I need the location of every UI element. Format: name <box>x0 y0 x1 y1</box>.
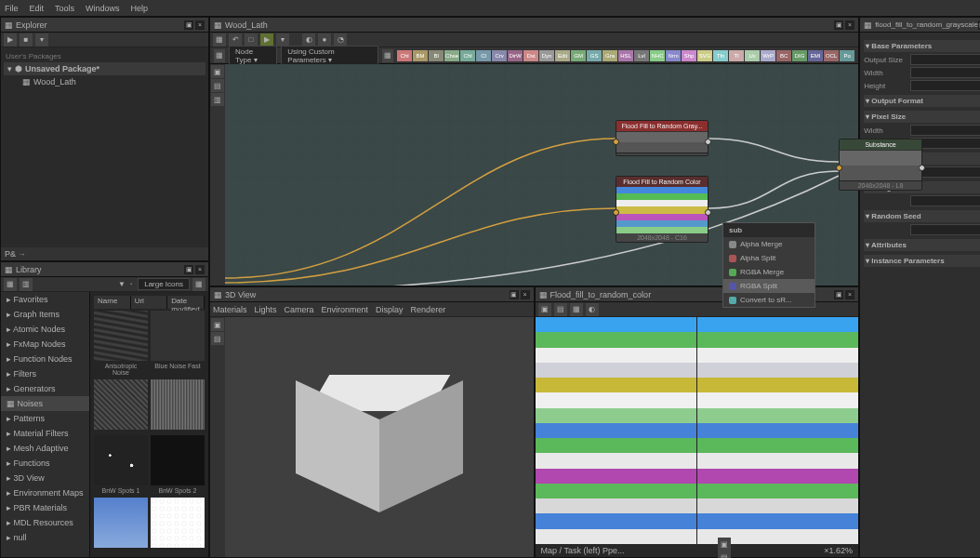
panel-pin-icon[interactable]: ▣ <box>510 290 519 299</box>
2dview-canvas[interactable] <box>536 317 696 544</box>
node-tag[interactable]: HSL <box>618 50 633 61</box>
graph-node[interactable]: Substance2048x2048 - L8 <box>839 139 922 191</box>
library-tool[interactable]: ▦ <box>4 278 17 291</box>
node-tag[interactable]: Shp <box>682 50 696 61</box>
param-select[interactable]: Using Custom Parameters ▾ <box>281 46 378 66</box>
context-menu-item[interactable]: RGBA Split <box>723 279 814 293</box>
2dview-tool[interactable]: ◐ <box>586 303 599 316</box>
library-tool[interactable]: ▦ <box>192 278 205 291</box>
node-tag[interactable]: Gra <box>603 50 617 61</box>
panel-close-icon[interactable]: × <box>195 265 205 274</box>
prop-section[interactable]: ▾ Output Format <box>864 95 980 107</box>
node-port-in[interactable] <box>836 165 842 171</box>
node-type-select[interactable]: Node Type ▾ <box>229 46 277 66</box>
node-tag[interactable]: BC <box>776 50 791 61</box>
library-cat[interactable]: ▸ MDL Resources <box>1 515 89 530</box>
panel-pin-icon[interactable]: ▣ <box>184 20 193 30</box>
node-tag[interactable]: Bl <box>429 50 444 61</box>
library-tool[interactable]: ▥ <box>20 278 33 291</box>
node-port-out[interactable] <box>705 209 711 216</box>
node-tag[interactable]: Po <box>840 50 854 61</box>
panel-close-icon[interactable]: × <box>195 20 205 30</box>
menu-windows[interactable]: Windows <box>86 4 120 13</box>
graph-tool[interactable]: ▦ <box>382 49 393 62</box>
node-tag[interactable]: Tl <box>729 50 744 61</box>
menu-help[interactable]: Help <box>131 4 149 13</box>
node-tag[interactable]: DIG <box>792 50 807 61</box>
graph-tool[interactable]: ◐ <box>302 33 315 46</box>
panel-close-icon[interactable]: × <box>845 20 854 30</box>
3dview-menu-env[interactable]: Environment <box>322 305 369 314</box>
context-menu-item[interactable]: RGBA Merge <box>723 265 814 279</box>
node-port-out[interactable] <box>705 139 711 145</box>
3dview-menu-lights[interactable]: Lights <box>255 305 277 314</box>
2dview-tool[interactable]: ▤ <box>554 303 567 316</box>
prop-input[interactable] <box>910 224 980 235</box>
library-thumb[interactable]: Blue Noise Fast <box>151 311 205 378</box>
node-tag[interactable]: NHC <box>650 50 665 61</box>
panel-close-icon[interactable]: × <box>845 290 854 299</box>
graph-tool[interactable]: ↶ <box>229 33 242 46</box>
graph-tool[interactable]: ▾ <box>276 33 289 46</box>
library-cat[interactable]: ▸ Environment Maps <box>1 485 89 500</box>
node-tag[interactable]: DirW <box>508 50 523 61</box>
prop-section[interactable]: ▾ Attributes <box>864 239 980 251</box>
graph-tool[interactable]: ▦ <box>213 33 226 46</box>
3dview-menu-camera[interactable]: Camera <box>285 305 314 314</box>
library-size-select[interactable]: Large Icons <box>138 278 190 290</box>
col-name[interactable]: Name <box>94 296 131 309</box>
3dview-menu-display[interactable]: Display <box>376 305 404 314</box>
graph-side-tool[interactable]: ▣ <box>211 65 224 78</box>
node-tag[interactable]: Chse <box>444 50 459 61</box>
node-tag[interactable]: OCL <box>824 50 839 61</box>
node-port-in[interactable] <box>613 139 619 145</box>
library-cat[interactable]: ▸ Filters <box>1 366 89 381</box>
panel-close-icon[interactable]: × <box>521 290 530 299</box>
menu-file[interactable]: File <box>5 4 19 13</box>
node-tag[interactable]: SVG <box>697 50 712 61</box>
node-tag[interactable]: Crv <box>492 50 507 61</box>
3dview-tool[interactable]: ▣ <box>211 318 224 331</box>
panel-pin-icon[interactable]: ▣ <box>834 20 843 30</box>
node-port-out[interactable] <box>919 165 925 171</box>
prop-input[interactable] <box>910 80 980 91</box>
library-cat[interactable]: ▸ Atomic Nodes <box>1 322 89 337</box>
library-cat[interactable]: ▸ null <box>1 530 89 545</box>
2dview-tool[interactable]: ▦ <box>570 303 583 316</box>
node-tag[interactable]: EMI <box>808 50 823 61</box>
library-cat[interactable]: ▸ 3D View <box>1 471 89 485</box>
context-menu-item[interactable]: Convert to sR... <box>723 293 814 307</box>
panel-pin-icon[interactable]: ▣ <box>834 290 843 299</box>
menu-tools[interactable]: Tools <box>55 4 74 13</box>
node-tag[interactable]: GM <box>571 50 586 61</box>
prop-section[interactable]: ▾ Random Seed <box>864 210 980 222</box>
tree-package[interactable]: ▾ ⬢ Unsaved Package* <box>4 62 205 75</box>
node-tag[interactable]: Chl <box>397 50 412 61</box>
library-cat[interactable]: ▸ Graph Items <box>1 307 89 322</box>
prop-section[interactable]: ▾ Instance Parameters <box>864 255 980 267</box>
context-menu-item[interactable]: Alpha Split <box>723 251 814 265</box>
node-tag[interactable]: Dst <box>523 50 538 61</box>
node-tag[interactable]: GS <box>587 50 602 61</box>
node-port-in[interactable] <box>613 209 619 216</box>
graph-side-tool[interactable]: ▤ <box>211 79 224 92</box>
3dview-canvas[interactable] <box>225 317 534 557</box>
library-cat[interactable]: ▸ PBR Materials <box>1 500 89 515</box>
panel-pin-icon[interactable]: ▣ <box>184 265 193 274</box>
status-tool[interactable]: ▤ <box>718 551 731 558</box>
node-tag[interactable]: Lvl <box>634 50 649 61</box>
library-cat[interactable]: ▸ Favorites <box>1 292 89 307</box>
library-thumb[interactable]: Anisotropic Noise <box>94 311 148 378</box>
graph-tool[interactable]: ● <box>318 33 331 46</box>
library-cat[interactable]: ▸ Mesh Adaptive <box>1 441 89 456</box>
node-tag[interactable]: Edit <box>555 50 570 61</box>
library-cat[interactable]: ▸ Functions <box>1 456 89 471</box>
library-cat[interactable]: ▸ Material Filters <box>1 426 89 441</box>
library-thumb[interactable] <box>94 379 148 433</box>
explorer-tool[interactable]: ■ <box>20 33 33 46</box>
context-menu-item[interactable]: Alpha Merge <box>723 237 814 251</box>
prop-input[interactable] <box>910 54 980 65</box>
3dview-menu-materials[interactable]: Materials <box>213 305 247 314</box>
graph-node-btn[interactable]: ▦ <box>214 49 225 62</box>
node-tag[interactable]: Dyn <box>539 50 554 61</box>
